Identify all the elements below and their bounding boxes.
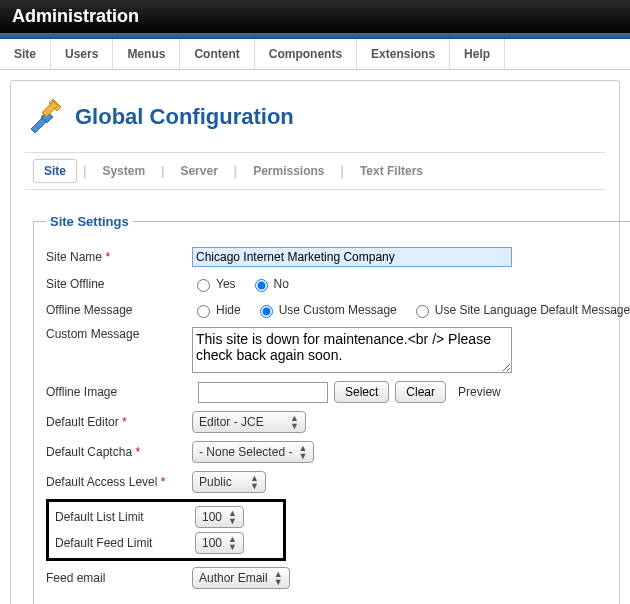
label-default-list-limit: Default List Limit (55, 510, 195, 524)
chevron-updown-icon: ▲▼ (250, 474, 259, 490)
input-offline-image[interactable] (198, 382, 328, 403)
tab-system[interactable]: System (92, 160, 155, 182)
select-default-list-limit[interactable]: 100 ▲▼ (195, 506, 244, 528)
textarea-custom-message[interactable]: This site is down for maintenance.<br />… (192, 327, 512, 373)
config-icon (25, 95, 65, 138)
select-default-access-level[interactable]: Public ▲▼ (192, 471, 266, 493)
chevron-updown-icon: ▲▼ (228, 535, 237, 551)
tabs: Site | System | Server | Permissions | T… (25, 152, 605, 190)
label-offline-message: Offline Message (46, 303, 192, 317)
tab-text-filters[interactable]: Text Filters (350, 160, 433, 182)
label-offline-image: Offline Image (46, 385, 192, 399)
required-marker: * (161, 475, 166, 489)
label-default-access-level: Default Access Level * (46, 475, 192, 489)
site-settings-legend: Site Settings (46, 214, 133, 229)
page-title: Global Configuration (75, 104, 294, 130)
required-marker: * (135, 445, 140, 459)
label-site-name: Site Name * (46, 250, 192, 264)
row-site-offline: Site Offline Yes No (46, 271, 630, 297)
chevron-updown-icon: ▲▼ (290, 414, 299, 430)
row-offline-message: Offline Message Hide Use Custom Message … (46, 297, 630, 323)
header-bar: Administration (0, 0, 630, 33)
row-default-captcha: Default Captcha * - None Selected - ▲▼ (46, 437, 630, 467)
select-feed-email[interactable]: Author Email ▲▼ (192, 567, 290, 589)
chevron-updown-icon: ▲▼ (298, 444, 307, 460)
menu-item-users[interactable]: Users (51, 39, 113, 69)
row-offline-image: Offline Image Select Clear Preview (46, 377, 630, 407)
tab-sep: | (83, 164, 86, 178)
label-preview: Preview (458, 385, 501, 399)
select-default-editor[interactable]: Editor - JCE ▲▼ (192, 411, 306, 433)
label-default-editor: Default Editor * (46, 415, 192, 429)
menu-item-site[interactable]: Site (0, 39, 51, 69)
tab-permissions[interactable]: Permissions (243, 160, 334, 182)
tab-site[interactable]: Site (33, 159, 77, 183)
radio-group-offline-message: Hide Use Custom Message Use Site Languag… (192, 302, 630, 318)
radio-offline-sitelang[interactable]: Use Site Language Default Message (411, 302, 630, 318)
row-site-name: Site Name * (46, 243, 630, 271)
menu-item-help[interactable]: Help (450, 39, 505, 69)
menu-item-content[interactable]: Content (180, 39, 254, 69)
menu-bar: Site Users Menus Content Components Exte… (0, 39, 630, 70)
row-default-access-level: Default Access Level * Public ▲▼ (46, 467, 630, 497)
row-custom-message: Custom Message This site is down for mai… (46, 323, 630, 377)
tab-sep: | (161, 164, 164, 178)
tab-sep: | (234, 164, 237, 178)
row-feed-email: Feed email Author Email ▲▼ (46, 563, 630, 593)
label-custom-message: Custom Message (46, 327, 192, 341)
button-select[interactable]: Select (334, 381, 389, 403)
site-settings-fieldset: Site Settings Site Name * Site Offline Y… (33, 214, 630, 604)
required-marker: * (105, 250, 110, 264)
select-default-feed-limit[interactable]: 100 ▲▼ (195, 532, 244, 554)
row-default-feed-limit: Default Feed Limit 100 ▲▼ (55, 530, 277, 556)
row-default-list-limit: Default List Limit 100 ▲▼ (55, 504, 277, 530)
tool-area: Global Configuration Site | System | Ser… (10, 80, 620, 604)
radio-offline-custom[interactable]: Use Custom Message (255, 302, 397, 318)
chevron-updown-icon: ▲▼ (228, 509, 237, 525)
select-default-captcha[interactable]: - None Selected - ▲▼ (192, 441, 314, 463)
header-title: Administration (12, 6, 139, 26)
button-clear[interactable]: Clear (395, 381, 446, 403)
tab-sep: | (341, 164, 344, 178)
menu-item-menus[interactable]: Menus (113, 39, 180, 69)
highlighted-limit-box: Default List Limit 100 ▲▼ Default Feed L… (46, 499, 286, 561)
chevron-updown-icon: ▲▼ (274, 570, 283, 586)
label-feed-email: Feed email (46, 571, 192, 585)
required-marker: * (122, 415, 127, 429)
label-default-feed-limit: Default Feed Limit (55, 536, 195, 550)
radio-site-offline-no[interactable]: No (250, 276, 289, 292)
input-site-name[interactable] (192, 247, 512, 267)
menu-item-components[interactable]: Components (255, 39, 357, 69)
title-row: Global Configuration (25, 91, 605, 152)
label-site-offline: Site Offline (46, 277, 192, 291)
tab-server[interactable]: Server (170, 160, 227, 182)
row-default-editor: Default Editor * Editor - JCE ▲▼ (46, 407, 630, 437)
radio-offline-hide[interactable]: Hide (192, 302, 241, 318)
radio-group-site-offline: Yes No (192, 276, 289, 292)
label-default-captcha: Default Captcha * (46, 445, 192, 459)
menu-item-extensions[interactable]: Extensions (357, 39, 450, 69)
radio-site-offline-yes[interactable]: Yes (192, 276, 236, 292)
